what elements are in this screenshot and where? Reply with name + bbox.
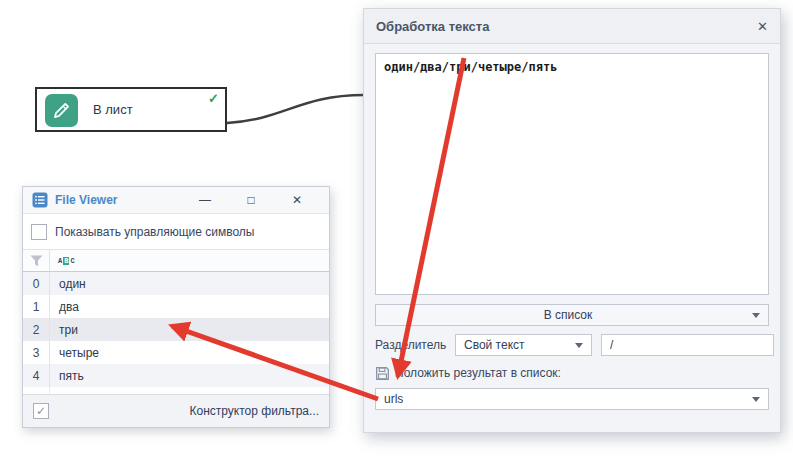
- panel-title: Обработка текста: [376, 19, 757, 34]
- table-row[interactable]: 0 один: [23, 272, 329, 295]
- chevron-down-icon: [752, 313, 760, 318]
- abc-a: A: [58, 257, 62, 265]
- row-index: 1: [23, 295, 50, 318]
- footer-checkbox[interactable]: ✓: [33, 403, 49, 419]
- mode-selector-value: В список: [384, 308, 752, 322]
- table-row[interactable]: 3 четыре: [23, 341, 329, 364]
- abc-b: B: [63, 257, 69, 265]
- table-empty-area: [23, 387, 329, 394]
- file-viewer-window: File Viewer — □ ✕ Показывать управляющие…: [22, 186, 330, 428]
- table-row[interactable]: 1 два: [23, 295, 329, 318]
- close-button[interactable]: ✕: [274, 193, 320, 207]
- node-label: В лист: [93, 89, 133, 130]
- filter-icon[interactable]: [23, 250, 50, 271]
- row-value: три: [50, 318, 78, 341]
- row-value: один: [50, 272, 86, 295]
- chevron-down-icon: [752, 397, 760, 402]
- row-index: 0: [23, 272, 50, 295]
- panel-close-icon[interactable]: ✕: [757, 19, 768, 34]
- chevron-down-icon: [575, 343, 583, 348]
- result-list-value: urls: [384, 392, 752, 406]
- abc-c: C: [70, 257, 74, 265]
- panel-body: один/два/три/четыре/пять В список Раздел…: [364, 44, 780, 432]
- list-icon: [32, 192, 48, 208]
- save-icon: [375, 366, 390, 381]
- row-index: 2: [23, 318, 50, 341]
- separator-type-dropdown[interactable]: Свой текст: [455, 334, 592, 356]
- table-row[interactable]: 2 три: [23, 318, 329, 341]
- row-value: четыре: [50, 341, 99, 364]
- file-viewer-footer: ✓ Конструктор фильтра...: [23, 394, 329, 427]
- workflow-node-to-list[interactable]: В лист ✓: [35, 87, 227, 132]
- separator-value-input[interactable]: [601, 334, 774, 356]
- save-result-row: Положить результат в список:: [375, 364, 769, 382]
- minimize-button[interactable]: —: [182, 193, 228, 207]
- show-control-chars-label: Показывать управляющие символы: [55, 225, 254, 239]
- row-value: два: [50, 295, 79, 318]
- node-success-check-icon: ✓: [208, 91, 219, 106]
- row-value: пять: [50, 364, 84, 387]
- row-index: 4: [23, 364, 50, 387]
- maximize-button[interactable]: □: [228, 193, 274, 207]
- save-result-label: Положить результат в список:: [395, 366, 561, 380]
- file-viewer-titlebar[interactable]: File Viewer — □ ✕: [23, 187, 329, 214]
- show-control-chars-row: Показывать управляющие символы: [23, 214, 329, 249]
- source-text-input[interactable]: один/два/три/четыре/пять: [375, 53, 769, 295]
- table-row[interactable]: 4 пять: [23, 364, 329, 387]
- pencil-icon: [45, 94, 78, 127]
- grid-header: ABC: [23, 249, 329, 272]
- text-processing-panel: Обработка текста ✕ один/два/три/четыре/п…: [363, 8, 781, 433]
- mode-selector-dropdown[interactable]: В список: [375, 304, 769, 326]
- window-title: File Viewer: [55, 193, 182, 207]
- row-index: 3: [23, 341, 50, 364]
- filter-builder-link[interactable]: Конструктор фильтра...: [190, 404, 320, 418]
- show-control-chars-checkbox[interactable]: [31, 224, 47, 240]
- column-type-abc-icon[interactable]: ABC: [58, 257, 75, 265]
- separator-type-value: Свой текст: [464, 338, 575, 352]
- result-list-combobox[interactable]: urls: [375, 388, 769, 410]
- panel-header: Обработка текста ✕: [364, 9, 780, 44]
- separator-row: Разделитель Свой текст: [375, 334, 769, 356]
- separator-label: Разделитель: [375, 338, 455, 352]
